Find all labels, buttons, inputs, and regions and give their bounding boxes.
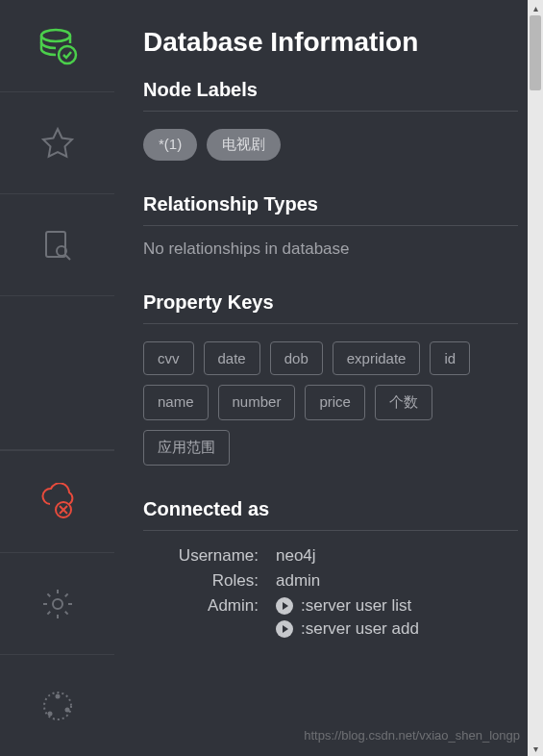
property-key-item[interactable]: expridate xyxy=(333,341,421,375)
cloud-error-icon xyxy=(38,483,77,521)
svg-point-8 xyxy=(53,599,62,609)
admin-command-text: :server user add xyxy=(301,619,419,639)
username-value: neo4j xyxy=(276,546,518,566)
scrollbar-track[interactable]: ▴ ▾ xyxy=(528,0,543,756)
property-key-item[interactable]: cvv xyxy=(143,341,194,375)
sidebar-item-about[interactable] xyxy=(0,654,114,756)
svg-point-10 xyxy=(55,693,60,698)
property-key-item[interactable]: 应用范围 xyxy=(143,430,230,466)
username-label: Username: xyxy=(143,546,259,566)
svg-point-11 xyxy=(64,707,69,712)
play-icon xyxy=(276,620,293,638)
node-labels-heading: Node Labels xyxy=(143,79,518,112)
admin-label: Admin: xyxy=(143,596,259,643)
scrollbar-down-arrow[interactable]: ▾ xyxy=(528,741,543,756)
admin-command-text: :server user list xyxy=(301,596,411,616)
sidebar xyxy=(0,0,114,756)
svg-rect-2 xyxy=(46,232,65,257)
roles-label: Roles: xyxy=(143,571,259,591)
property-key-item[interactable]: number xyxy=(218,385,296,420)
section-connected-as: Connected as Username: neo4j Roles: admi… xyxy=(143,498,518,643)
relationships-empty-message: No relationships in database xyxy=(143,239,518,259)
scrollbar-up-arrow[interactable]: ▴ xyxy=(528,0,543,15)
page-title: Database Information xyxy=(143,27,518,58)
node-label-pill[interactable]: *(1) xyxy=(143,129,197,161)
property-key-item[interactable]: id xyxy=(430,341,470,375)
sidebar-item-favorites[interactable] xyxy=(0,91,114,193)
section-relationship-types: Relationship Types No relationships in d… xyxy=(143,193,518,259)
admin-command-item[interactable]: :server user add xyxy=(276,619,518,639)
sidebar-item-cloud-error[interactable] xyxy=(0,450,114,552)
gear-icon xyxy=(39,586,76,622)
database-check-icon xyxy=(37,26,78,66)
property-key-item[interactable]: 个数 xyxy=(375,385,432,420)
property-key-item[interactable]: price xyxy=(305,385,365,420)
sidebar-spacer xyxy=(0,295,114,450)
svg-point-0 xyxy=(41,30,70,41)
property-keys-heading: Property Keys xyxy=(143,291,518,324)
sidebar-item-settings[interactable] xyxy=(0,552,114,654)
property-key-item[interactable]: date xyxy=(204,341,260,375)
sidebar-item-documents[interactable] xyxy=(0,193,114,295)
relationship-types-heading: Relationship Types xyxy=(143,193,518,226)
admin-commands: :server user list :server user add xyxy=(276,596,518,643)
section-node-labels: Node Labels *(1) 电视剧 xyxy=(143,79,518,161)
node-label-pills: *(1) 电视剧 xyxy=(143,129,518,161)
graph-nodes-icon xyxy=(40,689,75,723)
property-key-item[interactable]: name xyxy=(143,385,209,420)
section-property-keys: Property Keys cvv date dob expridate id … xyxy=(143,291,518,466)
property-key-list: cvv date dob expridate id name number pr… xyxy=(143,341,518,466)
document-search-icon xyxy=(40,228,75,263)
main-panel: Database Information Node Labels *(1) 电视… xyxy=(114,0,543,756)
star-icon xyxy=(39,125,76,162)
node-label-pill[interactable]: 电视剧 xyxy=(207,129,281,161)
scrollbar-thumb[interactable] xyxy=(530,15,541,90)
sidebar-logo xyxy=(0,0,114,91)
admin-command-item[interactable]: :server user list xyxy=(276,596,518,616)
property-key-item[interactable]: dob xyxy=(270,341,323,375)
roles-value: admin xyxy=(276,571,518,591)
connected-as-heading: Connected as xyxy=(143,498,518,531)
svg-point-12 xyxy=(47,711,52,716)
connection-info-grid: Username: neo4j Roles: admin Admin: :ser… xyxy=(143,546,518,643)
svg-line-4 xyxy=(65,255,70,260)
play-icon xyxy=(276,597,293,615)
